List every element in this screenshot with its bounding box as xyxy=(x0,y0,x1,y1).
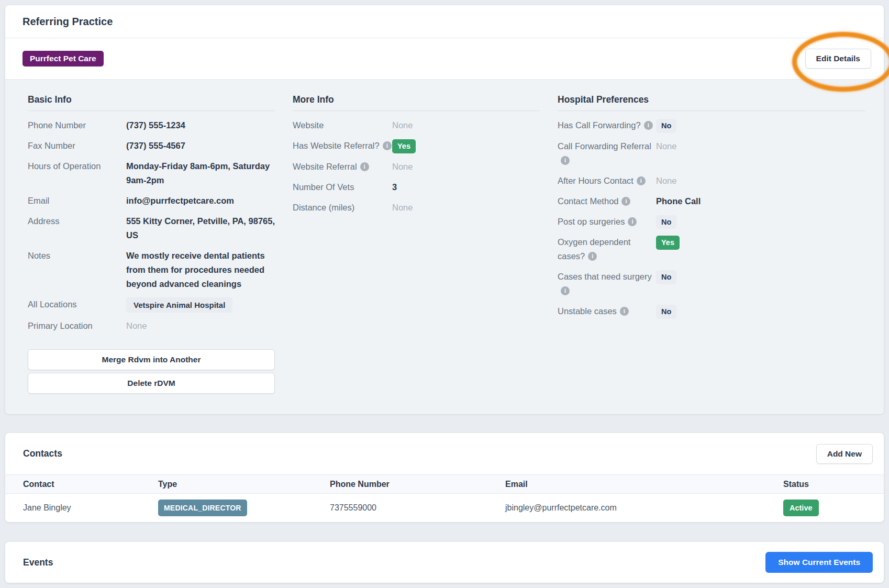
contacts-table-header: Contact Type Phone Number Email Status xyxy=(5,474,884,494)
contacts-title: Contacts xyxy=(23,448,62,459)
field-value: None xyxy=(392,160,540,174)
field-value: (737) 555-4567 xyxy=(126,139,275,153)
field-label: Call Forwarding Referrali xyxy=(558,139,656,168)
row-all-locations: All Locations Vetspire Animal Hospital xyxy=(28,294,275,316)
row-contact-method: Contact Methodi Phone Call xyxy=(558,191,865,212)
field-label-text: Call Forwarding Referral xyxy=(558,141,651,151)
info-icon[interactable]: i xyxy=(561,156,570,165)
field-label: All Locations xyxy=(28,297,126,312)
field-value: 3 xyxy=(392,180,540,194)
field-value: Yes xyxy=(392,139,540,153)
field-label-text: Has Website Referral? xyxy=(293,141,380,150)
field-value: Phone Call xyxy=(656,194,865,208)
field-label: Number Of Vets xyxy=(293,180,392,194)
field-value: (737) 555-1234 xyxy=(126,118,275,132)
add-new-contact-button[interactable]: Add New xyxy=(816,444,873,464)
field-label: Website xyxy=(293,118,392,132)
row-notes: Notes We mostly receive dental patients … xyxy=(28,246,275,294)
field-value: No xyxy=(656,270,865,284)
practice-name-badge: Purrfect Pet Care xyxy=(23,51,104,66)
practice-badge-row: Purrfect Pet Care Edit Details xyxy=(5,38,884,80)
field-value: None xyxy=(392,201,540,215)
field-value: None xyxy=(392,118,540,132)
section-title: Hospital Preferences xyxy=(558,94,865,111)
field-label: Primary Location xyxy=(28,319,126,333)
page-title: Referring Practice xyxy=(23,16,113,28)
card-header: Referring Practice xyxy=(5,5,884,38)
info-icon[interactable]: i xyxy=(628,217,637,226)
contact-type-badge: MEDICAL_DIRECTOR xyxy=(158,500,247,516)
section-title: Basic Info xyxy=(28,94,275,111)
row-has-website-referral: Has Website Referral?i Yes xyxy=(293,136,540,157)
field-value: None xyxy=(656,174,865,188)
field-label-text: Has Call Forwarding? xyxy=(558,120,641,130)
field-label: Oxygen dependent cases?i xyxy=(558,235,656,263)
contact-phone-cell: 7375559000 xyxy=(330,503,505,513)
field-label: Hours of Operation xyxy=(28,159,126,173)
field-label: Distance (miles) xyxy=(293,201,392,215)
yes-badge: Yes xyxy=(656,236,680,250)
show-current-events-button[interactable]: Show Current Events xyxy=(765,552,873,573)
info-icon[interactable]: i xyxy=(561,286,570,295)
events-card: Events Show Current Events xyxy=(5,542,884,583)
field-label-text: Website Referral xyxy=(293,162,357,171)
info-icon[interactable]: i xyxy=(588,252,597,261)
edit-details-button[interactable]: Edit Details xyxy=(805,49,871,69)
field-label: Post op surgeriesi xyxy=(558,215,656,229)
info-icon[interactable]: i xyxy=(360,162,369,171)
info-icon[interactable]: i xyxy=(620,307,629,316)
field-value: None xyxy=(126,319,275,333)
info-icon[interactable]: i xyxy=(637,176,646,185)
field-value: Monday-Friday 8am-6pm, Saturday 9am-2pm xyxy=(126,159,275,187)
field-value: 555 Kitty Corner, Petville, PA, 98765, U… xyxy=(126,214,275,242)
column-header-phone: Phone Number xyxy=(330,480,505,489)
contact-table-row[interactable]: Jane Bingley MEDICAL_DIRECTOR 7375559000… xyxy=(5,494,884,522)
row-cases-that-need-surgery: Cases that need surgeryi No xyxy=(558,267,865,301)
status-badge: Active xyxy=(783,500,819,516)
field-label: After Hours Contacti xyxy=(558,174,656,188)
row-website-referral: Website Referrali None xyxy=(293,157,540,177)
field-label-text: Cases that need surgery xyxy=(558,272,652,281)
row-address: Address 555 Kitty Corner, Petville, PA, … xyxy=(28,211,275,246)
no-badge: No xyxy=(656,270,676,284)
field-label: Has Website Referral?i xyxy=(293,139,392,153)
row-call-forwarding-referral: Call Forwarding Referrali None xyxy=(558,136,865,171)
basic-info-section: Basic Info Phone Number (737) 555-1234 F… xyxy=(28,94,275,413)
contact-email-cell: jbingley@purrfectpetcare.com xyxy=(505,503,783,513)
contacts-header: Contacts Add New xyxy=(5,433,884,474)
row-email: Email info@purrfectpetcare.com xyxy=(28,191,275,211)
field-label-text: Contact Method xyxy=(558,196,618,206)
field-value: info@purrfectpetcare.com xyxy=(126,194,275,208)
field-label-text: Unstable cases xyxy=(558,306,617,316)
info-icon[interactable]: i xyxy=(644,121,653,130)
location-badge: Vetspire Animal Hospital xyxy=(126,297,232,313)
info-icon[interactable]: i xyxy=(621,197,630,206)
field-value: Vetspire Animal Hospital xyxy=(126,297,275,313)
row-unstable-cases: Unstable casesi No xyxy=(558,301,865,322)
field-value: No xyxy=(656,304,865,319)
field-label: Contact Methodi xyxy=(558,194,656,208)
row-fax-number: Fax Number (737) 555-4567 xyxy=(28,136,275,156)
field-label: Address xyxy=(28,214,126,228)
more-info-section: More Info Website None Has Website Refer… xyxy=(293,94,540,413)
field-label: Cases that need surgeryi xyxy=(558,270,656,298)
field-value: We mostly receive dental patients from t… xyxy=(126,249,275,291)
yes-badge: Yes xyxy=(392,139,416,153)
row-distance-miles: Distance (miles) None xyxy=(293,197,540,218)
referring-practice-page: Referring Practice Purrfect Pet Care Edi… xyxy=(0,0,889,588)
field-label-text: After Hours Contact xyxy=(558,176,634,185)
field-label: Website Referrali xyxy=(293,160,392,174)
row-phone-number: Phone Number (737) 555-1234 xyxy=(28,115,275,136)
field-value: No xyxy=(656,215,865,229)
row-after-hours-contact: After Hours Contacti None xyxy=(558,171,865,191)
field-label: Has Call Forwarding?i xyxy=(558,118,656,132)
delete-rdvm-button[interactable]: Delete rDVM xyxy=(28,373,275,394)
merge-rdvm-button[interactable]: Merge Rdvm into Another xyxy=(28,349,275,370)
row-has-call-forwarding: Has Call Forwarding?i No xyxy=(558,115,865,136)
field-label: Unstable casesi xyxy=(558,304,656,318)
events-title: Events xyxy=(23,557,53,568)
info-icon[interactable]: i xyxy=(383,141,392,150)
row-number-of-vets: Number Of Vets 3 xyxy=(293,177,540,197)
referring-practice-card: Referring Practice Purrfect Pet Care Edi… xyxy=(5,5,884,414)
hospital-preferences-section: Hospital Preferences Has Call Forwarding… xyxy=(558,94,865,413)
